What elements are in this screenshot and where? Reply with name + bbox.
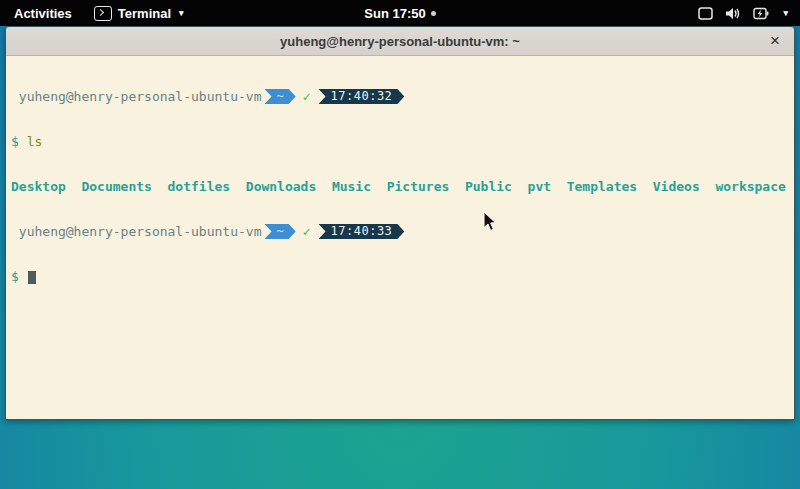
system-status-area[interactable]: ▾ xyxy=(698,7,800,20)
display-icon xyxy=(698,7,713,20)
status-check-icon: ✓ xyxy=(303,89,311,104)
terminal-app-icon xyxy=(94,6,112,21)
cwd-segment: ~ xyxy=(264,224,295,239)
terminal-content[interactable]: yuheng@henry-personal-ubuntu-vm~✓17:40:3… xyxy=(6,56,794,419)
window-title: yuheng@henry-personal-ubuntu-vm: ~ xyxy=(280,34,520,49)
app-menu-label: Terminal xyxy=(118,6,171,21)
command-line: $ ls xyxy=(11,134,794,149)
clock-label: Sun 17:50 xyxy=(364,6,425,21)
chevron-down-icon: ▾ xyxy=(179,8,184,18)
prompt-line-2: yuheng@henry-personal-ubuntu-vm~✓17:40:3… xyxy=(11,224,794,239)
prompt-symbol: $ xyxy=(11,134,19,149)
timestamp-segment: 17:40:33 xyxy=(319,224,405,239)
window-titlebar[interactable]: yuheng@henry-personal-ubuntu-vm: ~ × xyxy=(6,27,794,56)
volume-icon xyxy=(725,7,741,20)
notification-dot-icon xyxy=(431,11,436,16)
ls-output: Desktop Documents dotfiles Downloads Mus… xyxy=(11,179,794,194)
desktop: { "top_bar": { "activities_label": "Acti… xyxy=(0,0,800,489)
battery-charging-icon xyxy=(753,7,769,20)
command-text: ls xyxy=(27,134,43,149)
prompt-symbol: $ xyxy=(11,269,19,284)
timestamp-segment: 17:40:32 xyxy=(319,89,405,104)
app-menu[interactable]: Terminal ▾ xyxy=(94,6,184,21)
text-cursor xyxy=(28,271,36,284)
terminal-window: yuheng@henry-personal-ubuntu-vm: ~ × yuh… xyxy=(5,26,795,420)
top-bar-left: Activities Terminal ▾ xyxy=(0,6,184,21)
user-host-text: yuheng@henry-personal-ubuntu-vm xyxy=(19,89,262,104)
clock-menu[interactable]: Sun 17:50 xyxy=(364,6,435,21)
status-check-icon: ✓ xyxy=(303,224,311,239)
system-menu-chevron-icon: ▾ xyxy=(783,8,788,18)
user-host-text: yuheng@henry-personal-ubuntu-vm xyxy=(19,224,262,239)
prompt-line-1: yuheng@henry-personal-ubuntu-vm~✓17:40:3… xyxy=(11,89,794,104)
input-line[interactable]: $ xyxy=(11,269,794,284)
cwd-segment: ~ xyxy=(264,89,295,104)
top-bar: Activities Terminal ▾ Sun 17:50 ▾ xyxy=(0,0,800,26)
activities-button[interactable]: Activities xyxy=(10,6,76,21)
close-icon[interactable]: × xyxy=(770,27,780,55)
